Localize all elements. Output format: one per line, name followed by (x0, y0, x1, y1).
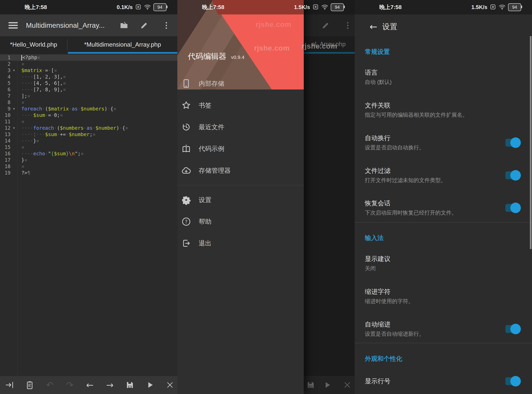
toggle-switch-on[interactable] (505, 376, 521, 387)
line-number: 9 (0, 106, 10, 112)
code-line[interactable]: 15¤ (0, 144, 177, 150)
arrow-right-icon[interactable]: → (102, 378, 117, 392)
svg-text:?: ? (185, 219, 188, 225)
code-line[interactable]: 12▾····foreach·($numbers·as·$number)·{¤ (0, 125, 177, 131)
battery-icon: 94 (508, 3, 521, 11)
code-text: foreach·($matrix·as·$numbers)·{¤ (17, 106, 116, 112)
wifi-icon (144, 3, 151, 11)
redo-icon[interactable]: ↷ (63, 378, 77, 392)
tab-forward-icon[interactable] (2, 378, 17, 392)
drawer-item[interactable]: 代码示例 (177, 139, 304, 159)
settings-item[interactable]: 文件过滤打开文件时过滤未知的文件类型。 (365, 166, 521, 184)
active-tab-underline (68, 52, 177, 54)
code-line[interactable]: 6····[7,·8,·9],¤ (0, 86, 177, 93)
star-icon (181, 100, 191, 110)
arrow-left-icon[interactable]: ← (83, 378, 97, 392)
run-icon[interactable] (142, 378, 157, 392)
line-number: 5 (0, 80, 10, 86)
code-line[interactable]: 10····$sum·=·0;¤ (0, 112, 177, 118)
code-editor-area[interactable]: 1<?php¤2¤3▾$matrix·=·[¤4····[1,·2,·3],¤5… (0, 54, 177, 376)
status-time: 晚上7:58 (202, 0, 224, 15)
drawer-item-label: 存储管理器 (199, 166, 231, 175)
settings-item-title: 文件关联 (365, 101, 521, 110)
drawer-item[interactable]: 书签 (177, 95, 304, 115)
status-network-speed: 0.1K/s (117, 4, 133, 10)
folder-icon[interactable] (117, 18, 131, 33)
drawer-item[interactable]: 内部存储 (177, 73, 304, 93)
section-header: 外观和个性化 (365, 355, 402, 363)
paste-icon[interactable] (22, 378, 37, 392)
editor-toolbar: Multidimensional_Array... (0, 15, 177, 36)
drawer-item[interactable]: 存储管理器 (177, 161, 304, 181)
code-line[interactable]: 5····[4,·5,·6],¤ (0, 80, 177, 86)
settings-item[interactable]: 恢复会话下次启动应用时恢复已经打开的文件。 (365, 199, 521, 217)
app-name: 代码编辑器 (188, 51, 226, 62)
drawer-item[interactable]: 最近文件 (177, 117, 304, 137)
exit-icon (181, 238, 191, 248)
code-line[interactable]: 9▾foreach·($matrix·as·$numbers)·{¤ (0, 106, 177, 112)
back-arrow-icon[interactable]: ← (365, 19, 381, 35)
fold-marker-icon[interactable]: ▾ (10, 68, 17, 73)
tab-hello-world[interactable]: *Hello_World.php (0, 36, 67, 53)
code-line[interactable]: 18¤ (0, 163, 177, 170)
settings-item[interactable]: 语言自动 (默认) (365, 68, 521, 86)
code-text: ····$sum·=·0;¤ (17, 112, 63, 118)
code-line[interactable]: 14····}¤ (0, 138, 177, 144)
code-line[interactable]: 4····[1,·2,·3],¤ (0, 73, 177, 80)
code-line[interactable]: 8¤ (0, 99, 177, 106)
line-number: 13 (0, 131, 10, 137)
fold-marker-icon[interactable]: ▾ (10, 126, 17, 130)
code-line[interactable]: 3▾$matrix·=·[¤ (0, 67, 177, 73)
toggle-switch-on[interactable] (505, 202, 521, 213)
code-text: $matrix·=·[¤ (17, 67, 57, 73)
code-line[interactable]: 13····¦···$sum·+=·$number;¤ (0, 131, 177, 138)
save-icon[interactable] (122, 378, 137, 392)
undo-icon[interactable]: ↶ (42, 378, 57, 392)
tab-multidimensional-array[interactable]: *Multidimensional_Array.php (68, 36, 177, 53)
settings-item[interactable]: 显示建议关闭 (365, 255, 521, 272)
code-line[interactable]: 16····echo·"{$sum}\n";¤ (0, 150, 177, 157)
code-text: ····echo·"{$sum}\n";¤ (17, 151, 83, 156)
code-line[interactable]: 1<?php¤ (0, 54, 177, 61)
toggle-switch-on[interactable] (505, 170, 521, 181)
screenshot-root: 晚上7:58 0.1K/s 94 Multidimensional_Array.… (0, 0, 532, 394)
status-bar: 晚上7:58 1.5K/s 94 (177, 0, 355, 15)
line-number: 3 (0, 67, 10, 73)
wifi-icon (499, 3, 506, 11)
overflow-icon[interactable] (159, 18, 174, 33)
scrollbar[interactable] (530, 36, 532, 249)
code-line[interactable]: 19?>¶ (0, 170, 177, 176)
code-line[interactable]: 2¤ (0, 61, 177, 67)
settings-item[interactable]: 显示行号 (365, 376, 521, 387)
menu-icon[interactable] (9, 21, 18, 30)
settings-screen: 晚上7:58 1.5K/s 94 ← 设置 常规设置语言自动 (默认)文件关联指… (355, 0, 532, 394)
settings-item-subtitle: 设置是否自动缩进新行。 (365, 330, 505, 338)
code-line[interactable]: 11¤ (0, 118, 177, 125)
code-line[interactable]: 17}¤ (0, 157, 177, 163)
code-text: ¤ (17, 164, 24, 169)
code-text: ¤ (17, 144, 24, 150)
settings-item-title: 缩进字符 (365, 287, 521, 296)
toggle-switch-on[interactable] (505, 324, 521, 334)
drawer-item-label: 设置 (199, 196, 211, 204)
pencil-icon[interactable] (137, 18, 151, 33)
settings-item[interactable]: 自动缩进设置是否自动缩进新行。 (365, 320, 521, 338)
settings-item[interactable]: 自动换行设置是否启动自动换行。 (365, 134, 521, 151)
pencil-icon (318, 18, 333, 33)
toggle-switch-on[interactable] (505, 137, 521, 148)
drawer-item[interactable]: ?帮助 (177, 212, 304, 232)
code-line[interactable]: 7];¤ (0, 93, 177, 99)
dimmed-tab-underline (304, 52, 355, 54)
no-sim-icon (312, 4, 319, 11)
drawer-item[interactable]: 退出 (177, 233, 304, 253)
drawer-item[interactable]: 设置 (177, 190, 304, 210)
book-icon (181, 144, 191, 154)
close-icon[interactable] (162, 378, 177, 392)
page-title: 设置 (382, 15, 397, 39)
fold-marker-icon[interactable]: ▾ (10, 107, 17, 111)
editor-screen: 晚上7:58 0.1K/s 94 Multidimensional_Array.… (0, 0, 177, 394)
settings-item[interactable]: 缩进字符缩进时使用的字符。 (365, 287, 521, 305)
settings-item[interactable]: 文件关联指定与可用的编辑器相关联的文件扩展名。 (365, 101, 521, 119)
line-number: 10 (0, 112, 10, 118)
battery-icon: 94 (331, 3, 344, 11)
